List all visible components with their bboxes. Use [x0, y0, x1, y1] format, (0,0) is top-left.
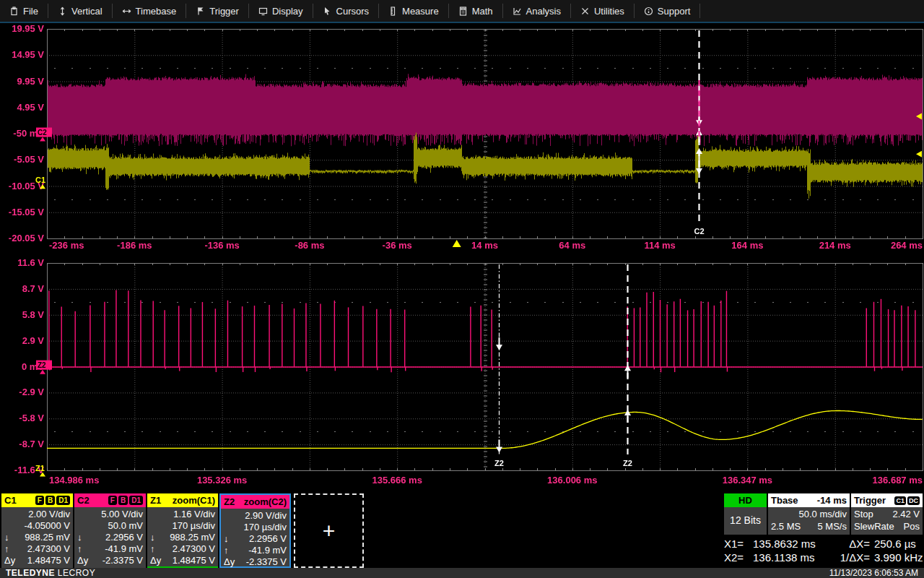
hd-badge: HD	[724, 493, 767, 507]
z1-label: Z1	[150, 495, 161, 506]
tbase-offset: -14 ms	[817, 495, 847, 506]
menu-vertical[interactable]: Vertical	[48, 0, 112, 22]
status-bar: TELEDYNE LECROY 11/13/2023 6:06:53 AM	[0, 568, 924, 578]
menu-math-label: Math	[472, 6, 493, 17]
c2-offset: 50.0 mV	[92, 520, 143, 532]
menu-utilities[interactable]: Utilities	[571, 0, 634, 22]
math-icon	[458, 7, 468, 16]
brand-teledyne: TELEDYNE	[6, 568, 55, 578]
menu-display-label: Display	[272, 6, 303, 17]
cursor-readout: X1= 135.8632 ms ΔX= 250.6 µs X2= 136.113…	[724, 537, 923, 564]
z1-source: zoom(C1)	[173, 495, 215, 506]
menu-separator	[699, 4, 700, 18]
brand-logo: TELEDYNE LECROY	[6, 568, 95, 578]
menu-trigger-label: Trigger	[209, 6, 239, 17]
c2-f-badge: F	[108, 496, 117, 505]
menu-analysis[interactable]: Analysis	[503, 0, 570, 22]
c1-cursor1: 988.25 mV	[19, 532, 70, 543]
z2-cursor2: -41.9 mV	[238, 545, 287, 556]
tbase-scale: 50.0 ms/div	[799, 508, 847, 520]
x1-label: X1=	[724, 537, 753, 551]
cursor-up-icon: ↑	[4, 543, 19, 555]
x2-value: 136.1138 ms	[753, 551, 832, 564]
menu-utilities-label: Utilities	[594, 6, 624, 17]
trigger-box[interactable]: Trigger C1 DC Stop2.42 V SlewRatePos	[851, 493, 923, 535]
dx-value: 250.6 µs	[874, 537, 923, 551]
menu-support[interactable]: Support	[635, 0, 700, 22]
menu-bar: File Vertical Timebase Trigger Display C…	[0, 0, 924, 23]
c2-label: C2	[77, 495, 90, 506]
menu-display[interactable]: Display	[249, 0, 313, 22]
tbase-rate: 5 MS/s	[818, 520, 847, 532]
cursor-down-icon: ↓	[77, 532, 92, 543]
invdx-value: 3.990 kHz	[874, 551, 923, 564]
timebase-box[interactable]: Tbase -14 ms 50.0 ms/div 2.5 MS5 MS/s	[768, 493, 850, 535]
z2-delta: -2.3375 V	[238, 556, 287, 568]
z1-vdiv: 1.16 V/div	[165, 509, 215, 520]
menu-math[interactable]: Math	[449, 0, 502, 22]
menu-timebase-label: Timebase	[136, 6, 177, 17]
descriptor-c2[interactable]: C2 F B D1 5.00 V/div 50.0 mV ↓2.2956 V ↑…	[74, 493, 146, 568]
trigger-type: SlewRate	[854, 520, 894, 532]
c1-f-badge: F	[35, 496, 44, 505]
menu-file-label: File	[23, 6, 38, 17]
menu-support-label: Support	[658, 6, 691, 17]
c2-cursor1: 2.2956 V	[92, 532, 143, 543]
c2-cursor2: -41.9 mV	[92, 543, 143, 555]
cursor-up-icon: ↑	[77, 543, 92, 555]
waveform-display[interactable]	[0, 0, 924, 493]
menu-cursors[interactable]: Cursors	[313, 0, 379, 22]
acquisition-box[interactable]: HD 12 Bits	[724, 493, 767, 535]
trigger-mode: Stop	[854, 508, 873, 520]
c1-cursor2: 2.47300 V	[19, 543, 70, 555]
cursor-up-icon: ↑	[224, 545, 238, 556]
menu-measure[interactable]: Measure	[379, 0, 448, 22]
z1-cursor1: 988.25 mV	[165, 532, 215, 543]
c1-offset: -4.05000 V	[19, 520, 70, 532]
cursor-up-icon: ↑	[150, 543, 165, 555]
descriptor-z1[interactable]: Z1 zoom(C1) 1.16 V/div 170 µs/div ↓988.2…	[147, 493, 218, 568]
menu-analysis-label: Analysis	[526, 6, 561, 17]
c2-b-badge: B	[118, 496, 128, 505]
c1-label: C1	[4, 495, 17, 506]
menu-timebase[interactable]: Timebase	[113, 0, 186, 22]
cursor-down-icon: ↓	[150, 532, 165, 543]
trigger-level: 2.42 V	[892, 508, 920, 520]
add-trace-button[interactable]: +	[294, 493, 364, 568]
oscilloscope-app: File Vertical Timebase Trigger Display C…	[0, 0, 924, 578]
x1-value: 135.8632 ms	[753, 537, 832, 551]
z2-cursor1: 2.2956 V	[238, 533, 287, 545]
datetime: 11/13/2023 6:06:53 AM	[829, 568, 918, 578]
file-icon	[9, 7, 19, 16]
descriptor-c1[interactable]: C1 F B D1 2.00 V/div -4.05000 V ↓988.25 …	[1, 493, 73, 568]
z1-delta: 1.48475 V	[165, 555, 215, 566]
delta-y-icon: Δy	[150, 555, 165, 566]
z2-source: zoom(C2)	[244, 496, 287, 507]
menu-file[interactable]: File	[0, 0, 48, 22]
cursors-icon	[323, 7, 332, 16]
menu-trigger[interactable]: Trigger	[186, 0, 248, 22]
trigger-title: Trigger	[854, 495, 886, 506]
invdx-label: 1/ΔX=	[832, 551, 874, 564]
plus-icon: +	[323, 524, 336, 538]
trigger-source-badge: C1	[894, 496, 906, 505]
support-icon	[644, 7, 653, 16]
c1-vdiv: 2.00 V/div	[19, 509, 70, 520]
brand-lecroy: LECROY	[58, 568, 95, 578]
delta-y-icon: Δy	[77, 555, 92, 566]
z1-cursor2: 2.47300 V	[165, 543, 215, 555]
trigger-icon	[196, 7, 205, 16]
adc-bits: 12 Bits	[724, 507, 767, 533]
cursor-down-icon: ↓	[224, 533, 238, 545]
tbase-title: Tbase	[771, 495, 798, 506]
trigger-slope: Pos	[904, 520, 920, 532]
z1-tdiv: 170 µs/div	[165, 520, 215, 532]
c2-vdiv: 5.00 V/div	[92, 509, 143, 520]
descriptor-row: C1 F B D1 2.00 V/div -4.05000 V ↓988.25 …	[0, 493, 924, 568]
tbase-samples: 2.5 MS	[771, 520, 801, 532]
trigger-coupling-badge: DC	[907, 496, 920, 505]
z2-tdiv: 170 µs/div	[238, 522, 287, 533]
c1-delta: 1.48475 V	[19, 555, 70, 566]
descriptor-z2[interactable]: Z2 zoom(C2) 2.90 V/div 170 µs/div ↓2.295…	[219, 493, 291, 568]
delta-y-icon: Δy	[4, 555, 19, 566]
